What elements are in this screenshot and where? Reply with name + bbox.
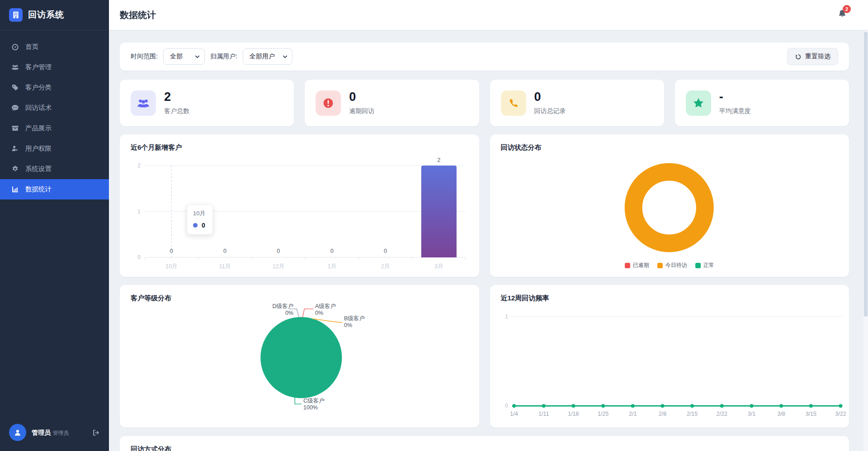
sidebar-item-products[interactable]: 产品展示 [0,118,109,138]
svg-text:1: 1 [505,313,508,320]
sidebar-item-statistics[interactable]: 数据统计 [0,179,109,199]
sidebar-item-label: 用户权限 [25,144,52,153]
svg-text:3/22: 3/22 [835,411,846,417]
sidebar-item-label: 客户分类 [25,83,52,92]
sidebar-item-scripts[interactable]: 回访话术 [0,98,109,118]
legend-item-today[interactable]: 今日待访 [657,261,687,269]
legend-label: 今日待访 [665,261,687,269]
stat-value: 2 [164,91,189,103]
logout-icon[interactable] [92,429,100,437]
bar-chart[interactable]: 01210月011月012月01月02月03月2 [131,156,468,274]
stat-label: 回访总记录 [534,107,566,115]
sidebar-menu: 首页 客户管理 客户分类 回访话术 产品展示 用户权限 [0,37,109,417]
gauge-icon [11,43,19,51]
stat-card-total-customers: 2 客户总数 [120,80,294,126]
svg-text:3月: 3月 [434,263,443,270]
users-icon [11,63,19,71]
tooltip-title: 10月 [193,209,205,218]
star-icon [686,90,711,116]
sidebar-item-customers[interactable]: 客户管理 [0,57,109,77]
sidebar-item-settings[interactable]: 系统设置 [0,159,109,179]
comment-icon [11,104,19,112]
chart-card-customer-levels: 客户等级分布 D级客户0% A级客户0% B级客户0% C级客户100% [120,285,479,427]
alert-icon [316,90,341,116]
chart-title: 回访方式分布 [120,436,849,451]
line-chart[interactable]: 011/41/111/181/252/12/82/152/223/13/83/1… [490,285,849,427]
stat-value: 0 [534,91,566,103]
user-role: 管理员 [52,430,69,436]
svg-text:3/1: 3/1 [747,411,755,417]
sidebar-item-label: 系统设置 [25,165,52,173]
chart-icon [11,185,19,194]
svg-text:3/15: 3/15 [805,411,816,417]
building-icon [9,8,23,22]
filter-bar: 时间范围: 全部 归属用户: 全部用户 重置筛选 [120,43,849,71]
svg-text:0: 0 [277,248,280,254]
scrollbar-thumb[interactable] [864,32,868,317]
pie-label-d: D级客户0% [257,303,293,317]
chart-tooltip: 10月 0 [187,204,213,235]
legend-swatch [657,263,663,268]
pie-chart[interactable] [120,285,479,427]
legend-item-normal[interactable]: 正常 [695,261,714,269]
svg-text:1月: 1月 [327,263,336,270]
notifications-button[interactable]: 2 [837,9,847,21]
pie-label-a: A级客户0% [315,303,336,317]
users-icon [131,90,156,116]
legend-swatch [625,263,630,268]
logo: 回访系统 [0,0,109,30]
owner-value: 全部用户 [250,52,275,61]
divider [0,30,109,30]
user-name: 管理员 [32,429,51,436]
svg-text:1/4: 1/4 [510,411,518,417]
svg-text:2/1: 2/1 [629,411,637,417]
series-dot [193,223,198,228]
chevron-down-icon [282,54,288,61]
app-title: 回访系统 [28,9,64,21]
reset-filters-label: 重置筛选 [805,52,830,61]
reset-filters-button[interactable]: 重置筛选 [787,48,838,65]
stat-label: 逾期回访 [349,107,374,115]
owner-select[interactable]: 全部用户 [243,48,292,65]
sidebar-item-home[interactable]: 首页 [0,37,109,57]
sidebar-item-permissions[interactable]: 用户权限 [0,138,109,159]
notification-badge: 2 [843,5,851,13]
svg-text:0: 0 [330,248,334,254]
time-range-label: 时间范围: [131,52,158,61]
main-area: 数据统计 2 时间范围: 全部 归属用户: 全部用户 [109,0,868,451]
svg-text:10月: 10月 [165,263,177,270]
chevron-down-icon [194,54,200,61]
app-root: 回访系统 首页 客户管理 客户分类 回访话术 产品展示 [0,0,868,451]
legend-label: 正常 [703,261,714,269]
svg-text:1/11: 1/11 [538,411,549,417]
scrollbar[interactable] [863,0,868,451]
sidebar-user: 管理员 管理员 [0,417,109,451]
svg-text:2/22: 2/22 [716,411,727,417]
pie-label-c: C级客户100% [303,398,325,411]
undo-icon [795,53,802,60]
stat-label: 客户总数 [164,107,189,115]
stat-card-satisfaction: - 平均满意度 [675,80,849,126]
sidebar: 回访系统 首页 客户管理 客户分类 回访话术 产品展示 [0,0,109,451]
stat-value: - [719,91,751,103]
svg-text:3/8: 3/8 [777,411,785,417]
sidebar-item-categories[interactable]: 客户分类 [0,77,109,98]
charts-row-2: 客户等级分布 D级客户0% A级客户0% B级客户0% C级客户100% [120,285,849,427]
svg-text:1/18: 1/18 [568,411,579,417]
svg-text:1/25: 1/25 [597,411,608,417]
pie-label-b: B级客户0% [344,315,365,329]
legend-item-overdue[interactable]: 已逾期 [625,261,649,269]
svg-text:2/8: 2/8 [658,411,666,417]
avatar [9,424,26,441]
chart-title: 近6个月新增客户 [120,134,479,152]
time-range-select[interactable]: 全部 [163,48,205,65]
stats-row: 2 客户总数 0 逾期回访 [120,80,849,126]
donut-chart[interactable] [490,134,849,277]
sidebar-item-label: 客户管理 [25,63,52,71]
sidebar-item-label: 产品展示 [25,124,52,133]
legend-swatch [695,263,701,268]
svg-text:0: 0 [505,403,508,409]
tooltip-value: 0 [202,222,205,229]
sidebar-item-label: 数据统计 [25,185,52,194]
svg-text:12月: 12月 [273,263,284,270]
